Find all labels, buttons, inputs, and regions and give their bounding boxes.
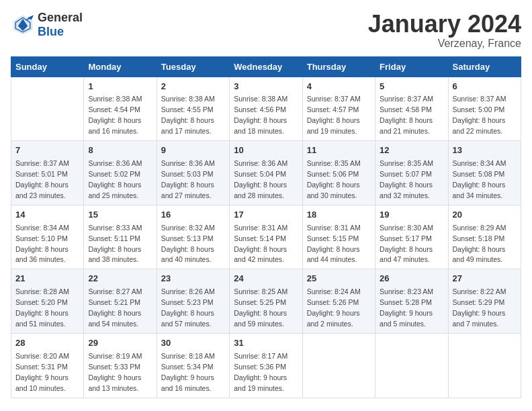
day-number: 25: [307, 273, 371, 285]
cell-info: Sunrise: 8:27 AMSunset: 5:21 PMDaylight:…: [88, 287, 142, 328]
calendar-cell: 21Sunrise: 8:28 AMSunset: 5:20 PMDayligh…: [11, 269, 84, 334]
calendar-cell: 16Sunrise: 8:32 AMSunset: 5:13 PMDayligh…: [157, 205, 229, 269]
calendar-cell: 26Sunrise: 8:23 AMSunset: 5:28 PMDayligh…: [375, 269, 448, 334]
cell-info: Sunrise: 8:37 AMSunset: 4:57 PMDaylight:…: [307, 95, 361, 135]
cell-info: Sunrise: 8:32 AMSunset: 5:13 PMDaylight:…: [161, 224, 215, 264]
logo: General Blue: [11, 11, 83, 39]
day-number: 7: [15, 144, 79, 157]
week-row-4: 21Sunrise: 8:28 AMSunset: 5:20 PMDayligh…: [11, 269, 521, 334]
day-number: 22: [88, 273, 152, 285]
cell-info: Sunrise: 8:35 AMSunset: 5:06 PMDaylight:…: [307, 159, 361, 199]
day-number: 10: [234, 144, 298, 157]
cell-info: Sunrise: 8:37 AMSunset: 4:58 PMDaylight:…: [380, 95, 433, 135]
cell-info: Sunrise: 8:19 AMSunset: 5:33 PMDaylight:…: [88, 352, 142, 392]
calendar-cell: [11, 77, 84, 141]
cell-info: Sunrise: 8:25 AMSunset: 5:25 PMDaylight:…: [234, 287, 287, 328]
cell-info: Sunrise: 8:38 AMSunset: 4:55 PMDaylight:…: [161, 95, 215, 135]
day-number: 15: [88, 209, 152, 222]
logo-icon: [11, 13, 35, 37]
calendar-cell: 30Sunrise: 8:18 AMSunset: 5:34 PMDayligh…: [157, 333, 229, 398]
day-number: 4: [307, 81, 371, 93]
cell-info: Sunrise: 8:17 AMSunset: 5:36 PMDaylight:…: [234, 352, 287, 392]
calendar-cell: 18Sunrise: 8:31 AMSunset: 5:15 PMDayligh…: [302, 205, 375, 269]
calendar-cell: 11Sunrise: 8:35 AMSunset: 5:06 PMDayligh…: [302, 141, 375, 205]
calendar-cell: [448, 333, 521, 398]
day-number: 11: [307, 144, 371, 157]
cell-info: Sunrise: 8:38 AMSunset: 4:56 PMDaylight:…: [234, 95, 287, 135]
day-number: 6: [453, 81, 517, 93]
logo-blue: Blue: [38, 25, 64, 38]
day-number: 1: [88, 81, 152, 93]
calendar-cell: 12Sunrise: 8:35 AMSunset: 5:07 PMDayligh…: [375, 141, 448, 205]
cell-info: Sunrise: 8:28 AMSunset: 5:20 PMDaylight:…: [15, 287, 69, 328]
calendar-cell: 29Sunrise: 8:19 AMSunset: 5:33 PMDayligh…: [84, 333, 157, 398]
calendar-cell: 22Sunrise: 8:27 AMSunset: 5:21 PMDayligh…: [84, 269, 157, 334]
calendar-cell: 10Sunrise: 8:36 AMSunset: 5:04 PMDayligh…: [230, 141, 302, 205]
calendar-cell: 20Sunrise: 8:29 AMSunset: 5:18 PMDayligh…: [448, 205, 521, 269]
cell-info: Sunrise: 8:36 AMSunset: 5:02 PMDaylight:…: [88, 159, 142, 199]
calendar-cell: 6Sunrise: 8:37 AMSunset: 5:00 PMDaylight…: [448, 77, 521, 141]
cell-info: Sunrise: 8:33 AMSunset: 5:11 PMDaylight:…: [88, 224, 142, 264]
day-number: 12: [380, 144, 443, 157]
week-row-1: 1Sunrise: 8:38 AMSunset: 4:54 PMDaylight…: [11, 77, 521, 141]
header-tuesday: Tuesday: [157, 56, 229, 77]
day-number: 16: [161, 209, 225, 222]
cell-info: Sunrise: 8:34 AMSunset: 5:08 PMDaylight:…: [453, 159, 506, 199]
calendar-cell: [302, 333, 375, 398]
header-thursday: Thursday: [302, 56, 375, 77]
page-header: General Blue January 2024 Verzenay, Fran…: [11, 11, 521, 50]
title-area: January 2024 Verzenay, France: [368, 11, 521, 50]
calendar-cell: 17Sunrise: 8:31 AMSunset: 5:14 PMDayligh…: [230, 205, 302, 269]
calendar-header-row: SundayMondayTuesdayWednesdayThursdayFrid…: [11, 56, 521, 77]
day-number: 28: [15, 337, 79, 350]
cell-info: Sunrise: 8:35 AMSunset: 5:07 PMDaylight:…: [380, 159, 433, 199]
cell-info: Sunrise: 8:36 AMSunset: 5:03 PMDaylight:…: [161, 159, 215, 199]
logo-general: General: [38, 11, 83, 24]
cell-info: Sunrise: 8:36 AMSunset: 5:04 PMDaylight:…: [234, 159, 287, 199]
day-number: 23: [161, 273, 225, 285]
day-number: 30: [161, 337, 225, 350]
calendar-cell: 14Sunrise: 8:34 AMSunset: 5:10 PMDayligh…: [11, 205, 84, 269]
cell-info: Sunrise: 8:20 AMSunset: 5:31 PMDaylight:…: [15, 352, 69, 392]
calendar-cell: 9Sunrise: 8:36 AMSunset: 5:03 PMDaylight…: [157, 141, 229, 205]
header-sunday: Sunday: [11, 56, 84, 77]
week-row-5: 28Sunrise: 8:20 AMSunset: 5:31 PMDayligh…: [11, 333, 521, 398]
day-number: 21: [15, 273, 79, 285]
day-number: 17: [234, 209, 298, 222]
day-number: 19: [380, 209, 443, 222]
header-friday: Friday: [375, 56, 448, 77]
cell-info: Sunrise: 8:26 AMSunset: 5:23 PMDaylight:…: [161, 287, 215, 328]
cell-info: Sunrise: 8:18 AMSunset: 5:34 PMDaylight:…: [161, 352, 215, 392]
calendar-cell: 19Sunrise: 8:30 AMSunset: 5:17 PMDayligh…: [375, 205, 448, 269]
calendar-cell: 7Sunrise: 8:37 AMSunset: 5:01 PMDaylight…: [11, 141, 84, 205]
calendar-cell: 24Sunrise: 8:25 AMSunset: 5:25 PMDayligh…: [230, 269, 302, 334]
day-number: 8: [88, 144, 152, 157]
location: Verzenay, France: [368, 38, 521, 50]
cell-info: Sunrise: 8:23 AMSunset: 5:28 PMDaylight:…: [380, 287, 433, 328]
calendar-cell: 13Sunrise: 8:34 AMSunset: 5:08 PMDayligh…: [448, 141, 521, 205]
calendar-cell: 3Sunrise: 8:38 AMSunset: 4:56 PMDaylight…: [230, 77, 302, 141]
calendar-cell: 27Sunrise: 8:22 AMSunset: 5:29 PMDayligh…: [448, 269, 521, 334]
day-number: 24: [234, 273, 298, 285]
calendar-cell: 4Sunrise: 8:37 AMSunset: 4:57 PMDaylight…: [302, 77, 375, 141]
calendar-cell: 1Sunrise: 8:38 AMSunset: 4:54 PMDaylight…: [84, 77, 157, 141]
calendar-cell: 23Sunrise: 8:26 AMSunset: 5:23 PMDayligh…: [157, 269, 229, 334]
week-row-2: 7Sunrise: 8:37 AMSunset: 5:01 PMDaylight…: [11, 141, 521, 205]
calendar-cell: 2Sunrise: 8:38 AMSunset: 4:55 PMDaylight…: [157, 77, 229, 141]
day-number: 20: [453, 209, 517, 222]
day-number: 14: [15, 209, 79, 222]
calendar-cell: 28Sunrise: 8:20 AMSunset: 5:31 PMDayligh…: [11, 333, 84, 398]
header-wednesday: Wednesday: [230, 56, 302, 77]
calendar-cell: 5Sunrise: 8:37 AMSunset: 4:58 PMDaylight…: [375, 77, 448, 141]
day-number: 2: [161, 81, 225, 93]
cell-info: Sunrise: 8:37 AMSunset: 5:00 PMDaylight:…: [453, 95, 506, 135]
day-number: 29: [88, 337, 152, 350]
week-row-3: 14Sunrise: 8:34 AMSunset: 5:10 PMDayligh…: [11, 205, 521, 269]
calendar-cell: 8Sunrise: 8:36 AMSunset: 5:02 PMDaylight…: [84, 141, 157, 205]
calendar-cell: [375, 333, 448, 398]
day-number: 26: [380, 273, 443, 285]
cell-info: Sunrise: 8:24 AMSunset: 5:26 PMDaylight:…: [307, 287, 361, 328]
header-saturday: Saturday: [448, 56, 521, 77]
day-number: 9: [161, 144, 225, 157]
day-number: 31: [234, 337, 298, 350]
